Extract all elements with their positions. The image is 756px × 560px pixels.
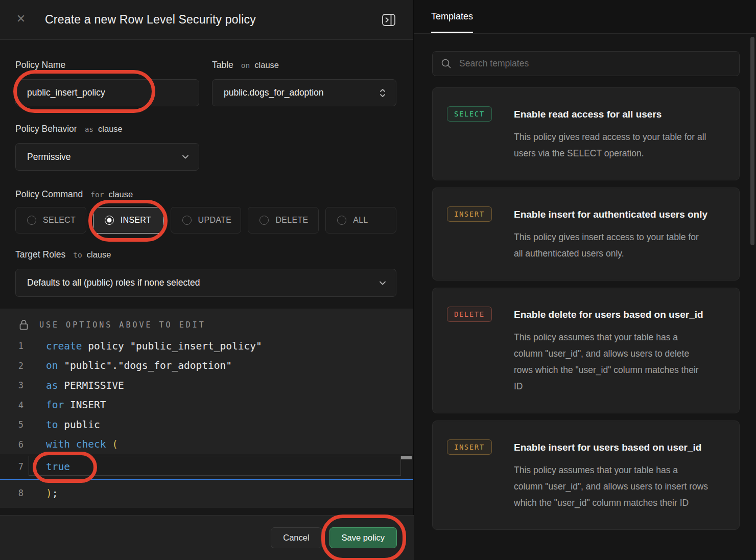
template-card-description: This policy gives read access to your ta… — [514, 129, 709, 161]
rls-policy-editor: ✕ Create a new Row Level Security policy… — [0, 0, 756, 560]
cancel-button[interactable]: Cancel — [271, 527, 321, 548]
code-text: ); — [26, 487, 58, 499]
line-number: 6 — [0, 439, 26, 450]
code-line: 2 on "public"."dogs_for_adoption" — [0, 356, 413, 376]
command-radio-update[interactable]: UPDATE — [171, 207, 242, 234]
behavior-clause-word: clause — [98, 124, 123, 134]
template-card-title: Enable read access for all users — [514, 106, 709, 122]
line-number: 3 — [0, 380, 26, 390]
code-text: for INSERT — [26, 399, 106, 411]
editor-scrollbar-thumb[interactable] — [401, 456, 412, 459]
line-number: 8 — [0, 488, 26, 498]
code-lines: 1 create policy "public_insert_policy" 2… — [0, 336, 413, 503]
active-line-box[interactable] — [29, 456, 401, 476]
chevron-down-icon — [181, 154, 190, 160]
code-token: ) — [46, 487, 52, 499]
dialog-title: Create a new Row Level Security policy — [45, 13, 256, 27]
save-policy-button[interactable]: Save policy — [329, 527, 397, 548]
table-clause-word: clause — [254, 60, 279, 70]
tab-templates[interactable]: Templates — [431, 0, 473, 33]
code-line: 1 create policy "public_insert_policy" — [0, 336, 413, 356]
code-token: to — [46, 419, 58, 431]
close-icon[interactable]: ✕ — [16, 14, 26, 24]
line-number: 5 — [0, 419, 26, 430]
radio-icon — [337, 216, 346, 225]
target-roles-label: Target Roles — [15, 249, 65, 260]
expand-panel-icon[interactable] — [381, 12, 396, 28]
command-radio-select[interactable]: SELECT — [15, 207, 86, 234]
template-card-title: Enable insert for authenticated users on… — [514, 206, 709, 222]
template-card-description: This policy assumes that your table has … — [514, 462, 709, 511]
double-chevron-icon — [379, 88, 387, 98]
code-token: ( — [112, 438, 118, 450]
command-badge: INSERT — [447, 439, 492, 455]
dialog-footer: Cancel Save policy — [0, 515, 414, 560]
code-token: for — [46, 399, 64, 411]
radio-icon — [259, 216, 269, 225]
command-radio-label: INSERT — [121, 216, 151, 225]
editor-notice-text: USE OPTIONS ABOVE TO EDIT — [39, 320, 206, 330]
template-cards: SELECT Enable read access for all users … — [432, 87, 740, 530]
code-text: as PERMISSIVE — [26, 380, 124, 391]
command-radio-label: DELETE — [275, 216, 308, 225]
code-text: create policy "public_insert_policy" — [26, 340, 262, 352]
behavior-select-value: Permissive — [27, 152, 181, 162]
code-line: 6 with check ( — [0, 435, 413, 455]
code-token: "public"."dogs_for_adoption" — [58, 360, 231, 371]
table-label: Table — [212, 60, 233, 71]
template-card-description: This policy gives insert access to your … — [514, 229, 709, 262]
tab-templates-label: Templates — [431, 11, 473, 22]
create-policy-dialog: ✕ Create a new Row Level Security policy… — [0, 0, 414, 560]
search-templates-input[interactable]: Search templates — [432, 51, 740, 76]
code-token: ; — [52, 487, 58, 499]
command-radio-all[interactable]: ALL — [325, 207, 396, 234]
table-clause-keyword: on — [241, 61, 250, 69]
target-roles-select[interactable]: Defaults to all (public) roles if none s… — [15, 269, 396, 297]
table-select[interactable]: public.dogs_for_adoption — [212, 79, 396, 106]
table-select-value: public.dogs_for_adoption — [224, 87, 379, 98]
cancel-button-label: Cancel — [283, 533, 309, 543]
template-card-title: Enable delete for users based on user_id — [514, 307, 709, 322]
radio-icon — [182, 216, 192, 225]
command-badge: SELECT — [447, 106, 492, 122]
lock-icon — [19, 319, 28, 330]
template-card-title: Enable insert for users based on user_id — [514, 439, 709, 455]
command-clause-word: clause — [108, 190, 133, 199]
code-text: with check ( — [26, 438, 118, 450]
search-placeholder: Search templates — [459, 58, 529, 69]
template-card[interactable]: DELETE Enable delete for users based on … — [432, 288, 740, 413]
target-roles-clause-word: clause — [87, 250, 111, 260]
scrollbar-thumb[interactable] — [750, 37, 754, 245]
code-line: 5 to public — [0, 415, 413, 435]
behavior-label: Policy Behavior — [15, 124, 77, 134]
template-card[interactable]: SELECT Enable read access for all users … — [432, 87, 740, 180]
code-token: create — [46, 340, 82, 352]
template-card[interactable]: INSERT Enable insert for users based on … — [432, 421, 740, 530]
templates-tabbar: Templates — [414, 0, 756, 34]
policy-name-value: public_insert_policy — [27, 87, 105, 98]
command-radio-group: SELECT INSERT UPDATE DELETE ALL — [15, 207, 396, 234]
sql-preview-editor[interactable]: USE OPTIONS ABOVE TO EDIT 1 create polic… — [0, 309, 413, 508]
editor-locked-notice: USE OPTIONS ABOVE TO EDIT — [0, 309, 413, 336]
code-line: 3 as PERMISSIVE — [0, 376, 413, 395]
code-token: INSERT — [64, 399, 106, 411]
code-line: 4 for INSERT — [0, 395, 413, 415]
code-line: 8 ); — [0, 480, 413, 503]
command-clause-keyword: for — [90, 191, 104, 199]
search-icon — [441, 58, 452, 69]
template-card-description: This policy assumes that your table has … — [514, 329, 709, 394]
target-roles-clause-keyword: to — [73, 251, 82, 259]
behavior-select[interactable]: Permissive — [15, 143, 199, 171]
template-card[interactable]: INSERT Enable insert for authenticated u… — [432, 188, 740, 281]
command-badge: DELETE — [447, 307, 492, 322]
line-number: 4 — [0, 400, 26, 410]
code-token: "public_insert_policy" — [130, 340, 262, 352]
command-radio-insert[interactable]: INSERT — [93, 207, 164, 234]
dialog-header: ✕ Create a new Row Level Security policy — [0, 0, 413, 40]
code-token: public — [58, 419, 100, 431]
policy-name-input[interactable]: public_insert_policy — [15, 79, 199, 106]
command-radio-delete[interactable]: DELETE — [248, 207, 319, 234]
command-badge: INSERT — [447, 206, 492, 222]
save-policy-button-label: Save policy — [342, 533, 385, 543]
radio-icon — [27, 216, 36, 225]
